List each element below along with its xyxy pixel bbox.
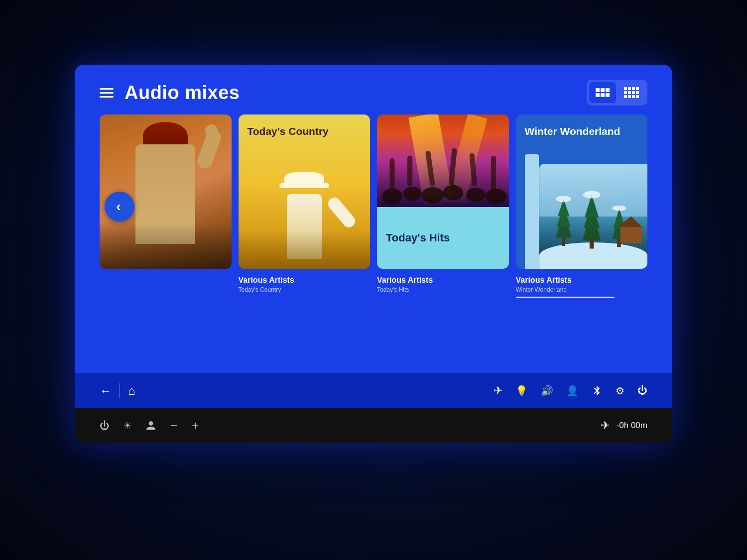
card-info-3: Various Artists Today's Hits: [377, 276, 509, 298]
winter-trees-svg: [539, 164, 647, 269]
card-hits-label-box: Today's Hits: [377, 207, 509, 269]
card-info-3-title: Today's Hits: [377, 286, 509, 293]
svg-point-3: [443, 185, 463, 201]
card-info-2: Various Artists Today's Country: [239, 276, 371, 298]
card-info-2-title: Today's Country: [239, 286, 371, 293]
header-left: Audio mixes: [100, 82, 240, 104]
ctrl-minus-button[interactable]: −: [170, 418, 178, 434]
nav-right: ✈ 💡 🔊 👤 ⚙ ⏻: [494, 384, 647, 397]
screen-frame: Audio mixes: [75, 65, 672, 443]
view-toggle: [587, 80, 647, 106]
back-chevron-icon: ‹: [116, 199, 121, 215]
grid-3-view-button[interactable]: [589, 82, 616, 103]
light-icon[interactable]: 💡: [515, 385, 528, 397]
card-info-2-artist: Various Artists: [239, 276, 371, 285]
svg-point-2: [422, 187, 444, 204]
cowboy-hat-brim: [279, 183, 329, 188]
svg-point-1: [403, 187, 422, 201]
card-info-4: Various Artists Winter Wonderland: [516, 276, 648, 298]
svg-rect-11: [491, 156, 496, 191]
card-info-1: [100, 276, 232, 298]
winter-strip: [525, 154, 539, 269]
card-country-label: Today's Country: [248, 125, 329, 137]
ctrl-power-icon[interactable]: ⏻: [100, 420, 110, 432]
svg-point-4: [466, 188, 486, 202]
svg-rect-19: [590, 240, 594, 248]
card-info-4-title: Winter Wonderland: [516, 286, 648, 293]
ctrl-plus-button[interactable]: +: [192, 419, 199, 433]
country-arm: [326, 195, 358, 230]
svg-rect-9: [469, 153, 477, 186]
svg-rect-10: [389, 158, 394, 191]
svg-point-25: [556, 196, 571, 202]
card-hits[interactable]: Today's Hits: [377, 114, 509, 269]
nav-left: ← ⌂: [100, 383, 135, 398]
nav-home-icon[interactable]: ⌂: [128, 384, 135, 398]
card-hits-label-text: Today's Hits: [386, 231, 450, 244]
hamburger-line: [100, 92, 114, 94]
svg-point-27: [613, 206, 626, 211]
hamburger-line: [100, 88, 114, 90]
card-country-bg: Today's Country: [239, 114, 371, 269]
country-overlay: [239, 230, 371, 269]
card-info-3-artist: Various Artists: [377, 276, 509, 285]
svg-rect-6: [407, 156, 412, 186]
volume-icon[interactable]: 🔊: [541, 385, 553, 397]
card-info-4-progress: [516, 297, 615, 298]
page-title: Audio mixes: [124, 82, 240, 104]
svg-rect-22: [617, 239, 621, 247]
back-button-overlay[interactable]: ‹: [105, 192, 134, 222]
crowd-hands-svg: [377, 114, 509, 207]
card-country[interactable]: Today's Country: [239, 114, 371, 269]
flight-status: ✈ -0h 00m: [601, 419, 647, 432]
card-winter[interactable]: Winter Wonderland: [516, 114, 648, 269]
flight-time-remaining: -0h 00m: [617, 421, 647, 431]
power-icon[interactable]: ⏻: [637, 385, 647, 396]
ctrl-person-icon[interactable]: [145, 420, 156, 431]
winter-image: [539, 164, 647, 269]
cards-row: Today's Country: [100, 114, 647, 269]
hamburger-menu-button[interactable]: [100, 88, 114, 98]
info-bar: Various Artists Today's Country Various …: [100, 276, 647, 298]
grid-3-icon: [596, 88, 610, 97]
nav-divider: [120, 383, 120, 398]
card-overlay: [100, 223, 232, 269]
svg-rect-23: [621, 227, 642, 243]
nav-back-icon[interactable]: ←: [100, 384, 112, 398]
grid-4-icon: [624, 87, 639, 98]
hamburger-line: [100, 96, 114, 98]
svg-rect-15: [562, 238, 566, 246]
svg-rect-8: [449, 148, 457, 186]
card-winter-label: Winter Wonderland: [525, 125, 621, 137]
header: Audio mixes: [75, 65, 672, 114]
bluetooth-icon[interactable]: [592, 385, 603, 396]
bottom-nav: ← ⌂ ✈ 💡 🔊 👤 ⚙ ⏻: [75, 372, 672, 408]
svg-point-5: [486, 189, 507, 204]
card-info-4-artist: Various Artists: [516, 276, 648, 285]
card-hits-bg: [377, 114, 509, 207]
grid-4-view-button[interactable]: [618, 82, 645, 103]
person-service-icon[interactable]: 👤: [566, 385, 579, 397]
svg-rect-7: [425, 150, 435, 186]
controls-bar: ⏻ ☀ − + ✈ -0h 00m: [75, 408, 672, 443]
flight-mode-icon[interactable]: ✈: [494, 384, 502, 397]
svg-point-26: [583, 191, 601, 199]
settings-icon[interactable]: ⚙: [616, 385, 624, 397]
ctrl-brightness-icon[interactable]: ☀: [124, 420, 131, 431]
hand: [205, 124, 218, 137]
flight-status-icon: ✈: [601, 419, 610, 432]
main-screen: Audio mixes: [75, 65, 672, 408]
cards-area: Today's Country: [75, 114, 672, 372]
